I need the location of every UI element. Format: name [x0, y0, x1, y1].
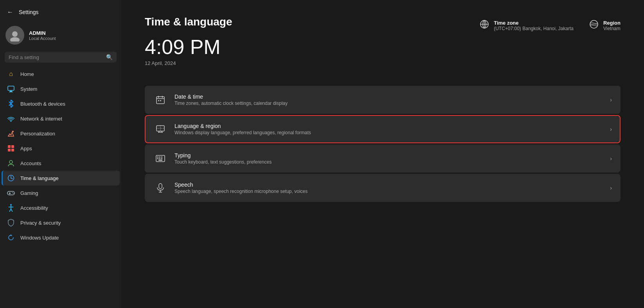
svg-point-0	[12, 31, 18, 37]
speech-card[interactable]: Speech Speech language, speech recogniti…	[145, 174, 621, 202]
card-sub: Speech language, speech recognition micr…	[174, 189, 610, 194]
sidebar-item-network[interactable]: Network & internet	[2, 111, 120, 126]
svg-point-1	[10, 37, 20, 41]
sidebar-item-privacy[interactable]: Privacy & security	[2, 215, 120, 230]
chevron-right-icon: ›	[610, 155, 612, 162]
sidebar-item-system[interactable]: System	[2, 81, 120, 96]
avatar	[5, 26, 24, 45]
time-section: Time & language 4:09 PM 12 April, 2024	[145, 16, 480, 78]
speech-text: Speech Speech language, speech recogniti…	[174, 182, 610, 194]
header-section: Time & language 4:09 PM 12 April, 2024	[145, 16, 621, 78]
region-section: Time zone (UTC+07:00) Bangkok, Hanoi, Ja…	[480, 16, 621, 31]
personalization-icon	[7, 130, 15, 137]
chevron-right-icon: ›	[610, 185, 612, 191]
svg-rect-46	[161, 157, 162, 158]
timezone-info: Time zone (UTC+07:00) Bangkok, Hanoi, Ja…	[494, 20, 574, 31]
sidebar-item-label: Bluetooth & devices	[20, 101, 65, 107]
card-title: Date & time	[174, 94, 610, 100]
sidebar-item-label: Personalization	[20, 131, 55, 137]
page-title: Time & language	[145, 16, 480, 28]
accounts-icon	[7, 159, 15, 167]
svg-rect-4	[9, 92, 13, 92]
svg-rect-3	[10, 91, 12, 92]
svg-rect-45	[159, 157, 160, 158]
app-title: Settings	[19, 9, 39, 15]
svg-point-19	[13, 193, 14, 194]
typing-text: Typing Touch keyboard, text suggestions,…	[174, 152, 610, 165]
sidebar-item-label: Home	[20, 71, 34, 77]
sidebar-item-label: Time & language	[20, 175, 59, 181]
sidebar-item-update[interactable]: Windows Update	[2, 230, 120, 245]
search-box[interactable]: 🔍	[5, 52, 117, 63]
current-date: 12 April, 2024	[145, 60, 480, 66]
sidebar-item-apps[interactable]: Apps	[2, 141, 120, 156]
sidebar-item-time[interactable]: Time & language	[2, 171, 120, 186]
timezone-item: Time zone (UTC+07:00) Bangkok, Hanoi, Ja…	[480, 20, 574, 31]
svg-rect-47	[157, 158, 158, 159]
search-icon: 🔍	[106, 54, 113, 60]
svg-rect-35	[158, 100, 159, 101]
sidebar-item-label: System	[20, 86, 37, 92]
svg-rect-2	[8, 86, 14, 90]
date-time-icon	[153, 93, 167, 107]
sidebar-item-label: Windows Update	[20, 235, 59, 241]
main-content: Time & language 4:09 PM 12 April, 2024	[121, 0, 644, 308]
nav-list: ⌂ Home System Bluetooth & devices	[0, 67, 121, 308]
sidebar-item-accessibility[interactable]: Accessibility	[2, 200, 120, 215]
svg-point-6	[12, 131, 14, 132]
language-region-card[interactable]: Language & region Windows display langua…	[145, 115, 621, 143]
timezone-value: (UTC+07:00) Bangkok, Hanoi, Jakarta	[494, 26, 574, 31]
svg-point-11	[9, 160, 13, 164]
svg-rect-50	[158, 160, 162, 161]
card-title: Typing	[174, 152, 610, 159]
region-icon	[589, 20, 599, 31]
sidebar-item-bluetooth[interactable]: Bluetooth & devices	[2, 96, 120, 111]
svg-rect-49	[161, 158, 162, 159]
svg-line-23	[9, 209, 11, 212]
svg-rect-51	[159, 184, 162, 189]
timezone-icon	[480, 20, 489, 31]
sidebar-item-personalization[interactable]: Personalization	[2, 126, 120, 141]
svg-point-5	[11, 121, 12, 122]
region-item: Region Vietnam	[589, 20, 621, 31]
sidebar-item-label: Apps	[20, 146, 32, 151]
bluetooth-icon	[7, 100, 15, 108]
system-icon	[7, 85, 15, 93]
accessibility-icon	[7, 204, 15, 212]
user-info: ADMIN Local Account	[29, 30, 56, 41]
sidebar-item-gaming[interactable]: Gaming	[2, 186, 120, 200]
speech-icon	[153, 181, 167, 195]
card-title: Speech	[174, 182, 610, 188]
sidebar-item-label: Accounts	[20, 160, 41, 166]
svg-point-20	[10, 204, 12, 206]
svg-rect-10	[11, 149, 14, 151]
user-name: ADMIN	[29, 30, 56, 36]
typing-card[interactable]: Typing Touch keyboard, text suggestions,…	[145, 144, 621, 173]
svg-rect-7	[8, 145, 11, 148]
sidebar-item-home[interactable]: ⌂ Home	[2, 67, 120, 81]
search-input[interactable]	[9, 54, 103, 60]
svg-rect-8	[11, 145, 14, 148]
sidebar: ← Settings ADMIN Local Account 🔍 ⌂ Home	[0, 0, 121, 308]
region-label: Region	[603, 20, 621, 26]
sidebar-header: ← Settings	[0, 0, 121, 22]
sidebar-item-label: Accessibility	[20, 205, 48, 211]
settings-cards: Date & time Time zones, automatic clock …	[145, 86, 621, 202]
svg-line-14	[11, 178, 13, 179]
card-sub: Windows display language, preferred lang…	[174, 130, 610, 135]
region-value: Vietnam	[603, 26, 621, 31]
svg-rect-9	[8, 149, 11, 151]
timezone-label: Time zone	[494, 20, 574, 26]
date-time-text: Date & time Time zones, automatic clock …	[174, 94, 610, 106]
gaming-icon	[7, 189, 15, 197]
home-icon: ⌂	[7, 70, 15, 78]
network-icon	[7, 115, 15, 122]
card-sub: Time zones, automatic clock settings, ca…	[174, 101, 610, 106]
update-icon	[7, 234, 15, 241]
region-info: Region Vietnam	[603, 20, 621, 31]
back-button[interactable]: ←	[5, 7, 15, 17]
svg-rect-44	[157, 157, 158, 158]
sidebar-item-accounts[interactable]: Accounts	[2, 156, 120, 171]
user-sub: Local Account	[29, 36, 56, 41]
date-time-card[interactable]: Date & time Time zones, automatic clock …	[145, 86, 621, 114]
